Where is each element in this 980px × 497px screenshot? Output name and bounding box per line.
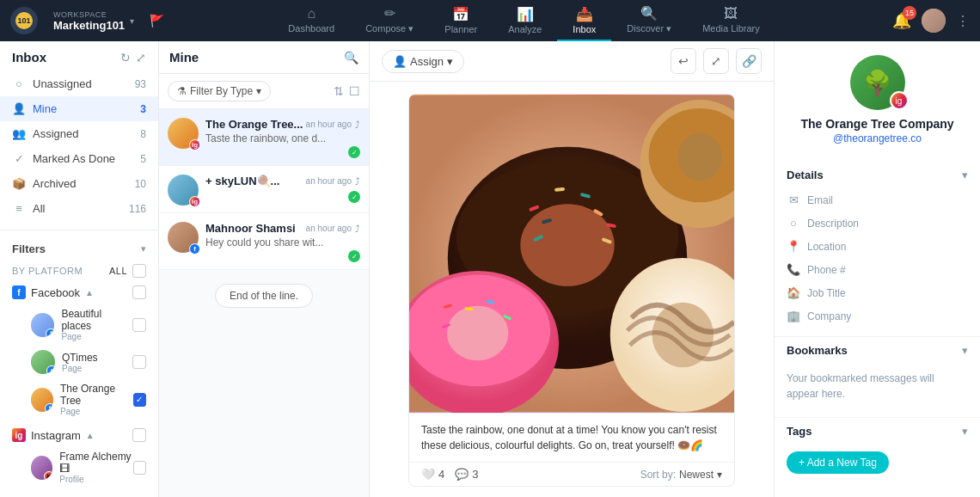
workspace-label: WORKSPACE (53, 10, 125, 19)
detail-description: ○ Description (787, 212, 968, 235)
flag-icon[interactable]: 🚩 (150, 14, 164, 28)
sidebar-item-marked-done[interactable]: ✓ Marked As Done 5 (0, 146, 158, 171)
sidebar-item-assigned[interactable]: 👥 Assigned 8 (0, 121, 158, 146)
end-of-list: End of the line. (159, 270, 369, 322)
assign-chevron-icon: ▾ (447, 55, 453, 68)
all-label: All (33, 202, 45, 215)
frame-alchemy-avatar: ig (31, 456, 52, 480)
expand-conv-icon-button[interactable]: ⤢ (703, 48, 729, 74)
sort-icon[interactable]: ⇅ (334, 84, 344, 98)
message-item[interactable]: ig + skyLUN🍭... an hour ago ⤴ ✓ (159, 166, 369, 213)
workspace-selector[interactable]: WORKSPACE Marketing101 ▾ (46, 7, 141, 35)
inbox-icon: 📥 (576, 6, 593, 22)
page-item-qtimes[interactable]: f QTimes Page (12, 346, 146, 378)
nav-media-library[interactable]: 🖼 Media Library (687, 1, 775, 40)
page-item-beautiful-places[interactable]: f Beautiful places Page (12, 304, 146, 346)
details-collapse-icon[interactable]: ▾ (962, 169, 968, 181)
dashboard-icon: ⌂ (307, 6, 315, 21)
instagram-label: Instagram (31, 429, 81, 442)
filters-header[interactable]: Filters ▾ (0, 237, 158, 261)
page-item-orange-tree[interactable]: f The Orange Tree Page ✓ (12, 378, 146, 420)
filter-chevron-icon: ▾ (256, 85, 261, 97)
filter-label: Filter By Type (190, 85, 253, 97)
end-of-list-button[interactable]: End of the line. (215, 284, 313, 308)
facebook-checkbox[interactable] (132, 285, 146, 299)
add-tag-button[interactable]: + Add a New Tag (787, 451, 889, 474)
all-platforms-checkbox[interactable] (132, 264, 146, 278)
mine-count: 3 (140, 103, 146, 115)
profile-avatar-wrap: 🌳 ig (850, 55, 905, 110)
marked-done-count: 5 (140, 153, 146, 165)
instagram-platform-section: ig Instagram ▲ ig (12, 424, 146, 488)
msg-preview-0: Taste the rainbow, one d... (205, 132, 360, 144)
frame-alchemy-checkbox[interactable] (133, 461, 146, 475)
nav-media-library-label: Media Library (702, 23, 760, 34)
details-section-header[interactable]: Details ▾ (787, 162, 968, 188)
nav-planner[interactable]: 📅 Planner (429, 1, 493, 41)
bookmarks-section: Bookmarks ▾ Your bookmarked messages wil… (775, 337, 980, 418)
sort-chevron-icon[interactable]: ▾ (717, 469, 722, 481)
by-platform-section: BY PLATFORM All f Facebook ▲ (0, 261, 158, 494)
bookmarks-section-header[interactable]: Bookmarks ▾ (787, 337, 968, 364)
nav-right-section: 🔔 15 ⋮ (892, 9, 970, 33)
more-menu-icon[interactable]: ⋮ (956, 13, 970, 29)
bookmarks-collapse-icon[interactable]: ▾ (962, 344, 968, 357)
select-all-icon[interactable]: ☐ (349, 84, 360, 98)
skylun-msg-avatar: ig (168, 175, 199, 206)
nav-dashboard[interactable]: ⌂ Dashboard (273, 1, 350, 40)
notifications-bell[interactable]: 🔔 15 (892, 11, 911, 30)
nav-discover[interactable]: 🔍 Discover ▾ (611, 0, 687, 41)
instagram-checkbox[interactable] (132, 428, 146, 442)
orange-tree-type: Page (60, 407, 133, 416)
qtimes-type: Page (62, 364, 98, 373)
profile-handle: @theorangetree.co (787, 132, 968, 144)
sidebar-item-archived[interactable]: 📦 Archived 10 (0, 171, 158, 196)
message-item[interactable]: ig The Orange Tree... an hour ago ⤴ Tast… (159, 109, 369, 166)
phone-icon: 📞 (787, 263, 800, 276)
heart-icon: 🤍 (421, 468, 435, 481)
user-avatar[interactable] (922, 9, 946, 33)
mahnoor-msg-avatar: f (168, 222, 199, 253)
orange-tree-checkbox[interactable]: ✓ (133, 393, 146, 407)
search-icon[interactable]: 🔍 (344, 51, 358, 64)
expand-icon[interactable]: ⤢ (136, 51, 146, 64)
qtimes-checkbox[interactable] (132, 355, 146, 369)
like-reaction[interactable]: 🤍 4 (421, 468, 444, 481)
comment-reaction[interactable]: 💬 3 (455, 468, 478, 481)
sidebar-item-all[interactable]: ≡ All 116 (0, 196, 158, 221)
sidebar-item-unassigned[interactable]: ○ Unassigned 93 (0, 71, 158, 96)
refresh-icon[interactable]: ↻ (120, 51, 131, 64)
post-image (409, 95, 734, 413)
beautiful-places-checkbox[interactable] (132, 318, 146, 332)
nav-analyze[interactable]: 📊 Analyze (493, 1, 557, 41)
media-library-icon: 🖼 (724, 6, 738, 21)
tags-section-header[interactable]: Tags ▾ (787, 418, 968, 445)
orange-tree-name: The Orange Tree (60, 383, 133, 407)
tags-collapse-icon[interactable]: ▾ (962, 425, 968, 438)
filter-by-type-button[interactable]: ⚗ Filter By Type ▾ (168, 81, 271, 101)
app-logo[interactable]: 101 (10, 7, 38, 34)
page-item-frame-alchemy[interactable]: ig Frame Alchemy🎞 Profile (12, 446, 146, 488)
instagram-platform-header[interactable]: ig Instagram ▲ (12, 424, 146, 446)
marked-done-icon: ✓ (12, 152, 26, 165)
nav-compose[interactable]: ✏ Compose ▾ (350, 0, 429, 41)
bookmarks-title: Bookmarks (787, 344, 848, 357)
msg-type-icon-1: ⤴ (355, 176, 360, 187)
assign-button[interactable]: 👤 Assign ▾ (382, 50, 464, 73)
donut-illustration (409, 95, 734, 413)
analyze-icon: 📊 (517, 6, 534, 22)
reply-icon-button[interactable]: ↩ (671, 48, 696, 74)
link-icon-button[interactable]: 🔗 (736, 48, 762, 74)
inbox-title: Inbox (12, 50, 46, 64)
assign-label: Assign (410, 55, 444, 68)
sidebar-item-mine[interactable]: 👤 Mine 3 (0, 96, 158, 121)
main-navigation: ⌂ Dashboard ✏ Compose ▾ 📅 Planner 📊 Anal… (273, 0, 775, 41)
facebook-platform-header[interactable]: f Facebook ▲ (12, 281, 146, 304)
message-item[interactable]: f Mahnoor Shamsi an hour ago ⤴ Hey could… (159, 213, 369, 270)
inbox-header: Inbox ↻ ⤢ (0, 41, 158, 70)
nav-inbox[interactable]: 📥 Inbox (557, 1, 611, 41)
compose-icon: ✏ (384, 5, 395, 21)
svg-point-16 (447, 306, 509, 361)
assigned-label: Assigned (33, 127, 78, 140)
logo-text: 101 (15, 12, 33, 29)
